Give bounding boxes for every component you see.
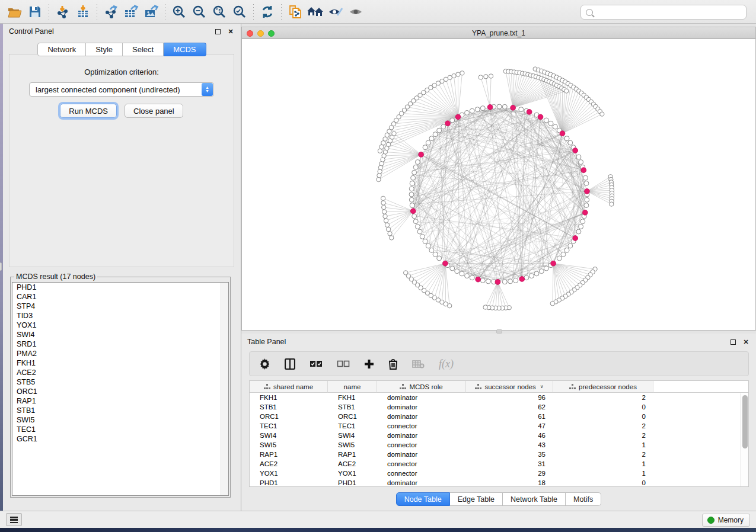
table-row[interactable]: TEC1TEC1connector472 — [250, 421, 748, 431]
column-header-predecessor-nodes[interactable]: predecessor nodes — [553, 381, 653, 393]
result-node-item[interactable]: SWI5 — [12, 415, 228, 425]
cell-successor-nodes[interactable]: 61 — [466, 412, 553, 421]
run-mcds-button[interactable]: Run MCDS — [60, 104, 117, 118]
result-node-item[interactable]: CAR1 — [12, 292, 228, 302]
tab-network-table[interactable]: Network Table — [503, 492, 566, 506]
cell-name[interactable]: SWI4 — [328, 431, 377, 440]
cell-successor-nodes[interactable]: 62 — [466, 402, 553, 412]
search-input[interactable] — [580, 5, 747, 20]
cell-successor-nodes[interactable]: 31 — [466, 459, 553, 469]
zoom-in-button[interactable] — [169, 2, 189, 21]
tab-select[interactable]: Select — [123, 43, 164, 56]
result-list-scrollbar[interactable] — [221, 283, 228, 495]
result-node-item[interactable]: YOX1 — [12, 321, 228, 330]
cell-MCDS-role[interactable]: connector — [377, 469, 466, 478]
cell-predecessor-nodes[interactable]: 0 — [553, 402, 653, 412]
cell-successor-nodes[interactable]: 35 — [466, 450, 553, 459]
cell-successor-nodes[interactable]: 46 — [466, 431, 553, 440]
cell-successor-nodes[interactable]: 47 — [466, 421, 553, 431]
tab-motifs[interactable]: Motifs — [566, 492, 601, 506]
hide-details-button[interactable] — [326, 2, 346, 21]
close-panel-button[interactable]: Close panel — [125, 104, 183, 118]
network-window-titlebar[interactable]: YPA_prune.txt_1 — [242, 27, 755, 39]
select-all-icon[interactable] — [310, 360, 323, 368]
close-window-icon[interactable] — [247, 30, 253, 37]
result-node-item[interactable]: SRD1 — [12, 339, 228, 349]
cell-predecessor-nodes[interactable]: 0 — [553, 478, 653, 487]
result-node-item[interactable]: GCR1 — [12, 434, 228, 444]
duplicate-network-button[interactable] — [285, 2, 305, 21]
cell-shared-name[interactable]: YOX1 — [250, 469, 328, 478]
cell-shared-name[interactable]: ORC1 — [250, 412, 328, 421]
table-row[interactable]: SWI5SWI5connector431 — [250, 440, 748, 450]
result-node-item[interactable]: PHD1 — [12, 283, 228, 292]
result-node-item[interactable]: ACE2 — [12, 368, 228, 377]
cell-predecessor-nodes[interactable]: 2 — [553, 393, 653, 402]
result-node-item[interactable]: STP4 — [12, 302, 228, 311]
table-row[interactable]: RAP1RAP1dominator352 — [250, 450, 748, 459]
memory-button[interactable]: Memory — [702, 514, 750, 527]
result-node-item[interactable]: ORC1 — [12, 387, 228, 396]
tab-edge-table[interactable]: Edge Table — [450, 492, 503, 506]
cell-predecessor-nodes[interactable]: 2 — [553, 450, 653, 459]
result-node-item[interactable]: STB5 — [12, 377, 228, 387]
table-row[interactable]: SWI4SWI4dominator462 — [250, 431, 748, 440]
task-history-button[interactable] — [6, 513, 22, 526]
column-header-MCDS-role[interactable]: MCDS role — [377, 381, 466, 393]
cell-shared-name[interactable]: SWI5 — [250, 440, 328, 450]
column-header-successor-nodes[interactable]: successor nodes∨ — [466, 381, 553, 393]
float-panel-icon[interactable] — [213, 27, 222, 36]
close-panel-icon[interactable]: ✕ — [742, 338, 750, 346]
cell-successor-nodes[interactable]: 43 — [466, 440, 553, 450]
cell-successor-nodes[interactable]: 29 — [466, 469, 553, 478]
minimize-window-icon[interactable] — [257, 30, 264, 37]
cell-MCDS-role[interactable]: dominator — [377, 412, 466, 421]
tab-node-table[interactable]: Node Table — [396, 492, 450, 506]
result-node-item[interactable]: PMA2 — [12, 349, 228, 358]
mcds-result-list[interactable]: PHD1CAR1STP4TID3YOX1SWI4SRD1PMA2FKH1ACE2… — [12, 282, 229, 496]
table-row[interactable]: ORC1ORC1dominator610 — [250, 412, 748, 421]
column-header-name[interactable]: name — [328, 381, 377, 393]
result-node-item[interactable]: SWI4 — [12, 330, 228, 339]
float-panel-icon[interactable] — [729, 338, 737, 346]
table-row[interactable]: ACE2ACE2connector311 — [250, 459, 748, 469]
cell-predecessor-nodes[interactable]: 2 — [553, 421, 653, 431]
cell-predecessor-nodes[interactable]: 0 — [553, 412, 653, 421]
save-button[interactable] — [25, 2, 45, 21]
columns-icon[interactable] — [285, 358, 295, 370]
cell-name[interactable]: YOX1 — [328, 469, 377, 478]
table-row[interactable]: YOX1YOX1connector291 — [250, 469, 748, 478]
column-header-shared-name[interactable]: shared name — [250, 381, 328, 393]
import-table-button[interactable] — [73, 2, 93, 21]
result-node-item[interactable]: TID3 — [12, 311, 228, 321]
export-table-button[interactable] — [121, 2, 141, 21]
search-field[interactable] — [596, 8, 741, 17]
cell-name[interactable]: SWI5 — [328, 440, 377, 450]
cell-name[interactable]: ORC1 — [328, 412, 377, 421]
result-node-item[interactable]: STB1 — [12, 406, 228, 415]
splitter-handle[interactable] — [496, 329, 502, 334]
tab-network[interactable]: Network — [37, 43, 86, 56]
home-networks-button[interactable] — [305, 2, 326, 21]
network-canvas[interactable] — [242, 39, 755, 330]
close-panel-icon[interactable]: ✕ — [227, 27, 235, 36]
cell-MCDS-role[interactable]: connector — [377, 459, 466, 469]
export-image-button[interactable] — [141, 2, 161, 21]
cell-predecessor-nodes[interactable]: 1 — [553, 440, 653, 450]
cell-MCDS-role[interactable]: dominator — [377, 393, 466, 402]
open-button[interactable] — [5, 2, 25, 21]
cell-name[interactable]: ACE2 — [328, 459, 377, 469]
result-node-item[interactable]: RAP1 — [12, 396, 228, 406]
show-details-button[interactable] — [346, 2, 366, 21]
cell-name[interactable]: STB1 — [328, 402, 377, 412]
zoom-selected-button[interactable] — [229, 2, 250, 21]
cell-successor-nodes[interactable]: 96 — [466, 393, 553, 402]
cell-MCDS-role[interactable]: dominator — [377, 431, 466, 440]
cell-successor-nodes[interactable]: 18 — [466, 478, 553, 487]
criterion-dropdown[interactable]: largest connected component (undirected)… — [29, 82, 214, 97]
cell-MCDS-role[interactable]: dominator — [377, 450, 466, 459]
zoom-out-button[interactable] — [189, 2, 209, 21]
cell-name[interactable]: PHD1 — [328, 478, 377, 487]
splitter-handle[interactable] — [0, 262, 2, 271]
cell-MCDS-role[interactable]: connector — [377, 421, 466, 431]
